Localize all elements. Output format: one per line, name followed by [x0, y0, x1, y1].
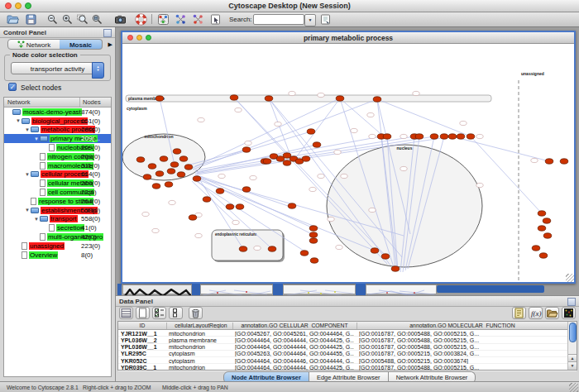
network-canvas[interactable]: plasma membranecytoplasmmitochondrionnuc…	[122, 44, 574, 282]
node-selected[interactable]	[283, 160, 291, 165]
node[interactable]	[289, 91, 295, 95]
node[interactable]	[218, 174, 225, 178]
node-selected[interactable]	[263, 159, 271, 164]
tree-row-overview[interactable]: Overview8(0)	[4, 251, 111, 260]
node-selected[interactable]	[165, 182, 173, 187]
float-panel-icon[interactable]	[103, 29, 112, 37]
tab-mosaic[interactable]: Mosaic	[60, 39, 103, 50]
node-selected[interactable]	[545, 159, 553, 164]
tree-row-cellular-metabo[interactable]: cellular metabo209(0)	[4, 179, 111, 188]
annotation-icon[interactable]	[209, 13, 222, 26]
node[interactable]	[198, 117, 204, 122]
network-view-window[interactable]: primary metabolic process plasma membran…	[121, 31, 576, 284]
float-panel-icon[interactable]	[567, 298, 576, 306]
node-selected[interactable]	[302, 156, 310, 161]
node-selected[interactable]	[371, 248, 379, 253]
node[interactable]	[369, 134, 376, 138]
node-selected[interactable]	[383, 134, 391, 139]
help-icon[interactable]	[135, 13, 147, 26]
tab-network[interactable]: Network	[7, 39, 60, 50]
node-selected[interactable]	[538, 211, 546, 216]
edge[interactable]	[340, 98, 384, 136]
tree-col-nodes[interactable]: Nodes	[83, 98, 101, 106]
unselect-attributes-icon[interactable]	[169, 307, 183, 319]
node-color-dropdown[interactable]: transporter activity ▲▼	[11, 62, 104, 74]
tree-row-primary-metabo[interactable]: ▼primary metabo209(...	[4, 134, 111, 143]
tree-row-nitrogen-compo[interactable]: nitrogen compo209(0)	[4, 152, 111, 161]
new-attribute-icon[interactable]	[136, 307, 150, 319]
tree-row-unassigned[interactable]: unassigned223(0)	[4, 241, 111, 251]
node-selected[interactable]	[539, 253, 548, 258]
table-row-ydr039c-1[interactable]: YDR039C__1mitochondrion[GO:0044464, GO:0…	[118, 364, 577, 370]
node-selected[interactable]	[430, 134, 438, 139]
node[interactable]	[235, 108, 242, 112]
node-selected[interactable]	[532, 246, 540, 251]
node-selected[interactable]	[309, 238, 318, 243]
node[interactable]	[232, 220, 239, 224]
table-scrollbar[interactable]: ▲ ▼	[567, 322, 577, 370]
background-window-thumbnail[interactable]	[366, 284, 437, 294]
node-selected[interactable]	[276, 156, 285, 161]
node-selected[interactable]	[203, 197, 211, 202]
column-header-id[interactable]: ID	[118, 323, 166, 328]
node[interactable]	[245, 141, 251, 145]
scroll-down-icon[interactable]: ▼	[568, 361, 577, 370]
node-selected[interactable]	[265, 96, 273, 101]
node[interactable]	[351, 128, 357, 132]
node-selected[interactable]	[242, 187, 251, 192]
tree-row-macromolecule[interactable]: macromolecule311(0)	[4, 161, 111, 170]
window-resize-grip[interactable]	[566, 274, 574, 282]
tree-row-multi-organism-pro[interactable]: multi-organism pro42(0)	[4, 232, 111, 241]
disclosure-triangle-icon[interactable]: ▼	[24, 172, 31, 177]
node-selected[interactable]	[160, 156, 168, 161]
tree-row-metabolic-process[interactable]: ▼metabolic process280(0)	[4, 126, 111, 135]
zoom-in-icon[interactable]	[61, 13, 74, 26]
edge[interactable]	[269, 98, 292, 160]
node[interactable]	[318, 93, 324, 97]
node[interactable]	[318, 174, 324, 178]
tree-row-nucleobase[interactable]: nucleobase-209(0)	[4, 143, 111, 152]
node-selected[interactable]	[226, 204, 234, 209]
tree-row-cell-communica[interactable]: cell communica22(0)	[4, 188, 111, 197]
disclosure-triangle-icon[interactable]: ▼	[15, 118, 22, 123]
tree-row-response-to-stimul[interactable]: response to stimul264(0)	[4, 197, 111, 206]
edge[interactable]	[294, 98, 340, 160]
node[interactable]	[476, 183, 483, 187]
search-dropdown-arrow[interactable]: ▼	[304, 14, 316, 26]
snapshot-icon[interactable]	[114, 13, 127, 26]
node[interactable]	[531, 158, 538, 162]
disclosure-triangle-icon[interactable]: ▼	[33, 217, 40, 222]
node-selected[interactable]	[179, 156, 188, 161]
node[interactable]	[476, 134, 483, 138]
app-resize-grip[interactable]	[569, 383, 578, 392]
formula-icon[interactable]: f(x)	[529, 307, 543, 319]
search-input[interactable]	[253, 14, 304, 25]
advanced-search-icon[interactable]	[319, 13, 332, 26]
open-icon[interactable]	[7, 13, 19, 26]
node-selected[interactable]	[288, 203, 296, 208]
select-nodes-checkbox[interactable]: ✓	[8, 83, 17, 91]
node-selected[interactable]	[230, 95, 238, 100]
background-window-titlebar[interactable]	[437, 285, 544, 293]
background-window-thumbnail[interactable]	[122, 284, 192, 294]
node[interactable]	[250, 175, 256, 179]
tree-row-establishment-of-lo[interactable]: ▼establishment of lo558(0)	[4, 206, 111, 215]
node-selected[interactable]	[381, 254, 390, 259]
node-selected[interactable]	[156, 171, 164, 176]
node-selected[interactable]	[189, 215, 197, 220]
region-nucleus[interactable]	[327, 145, 482, 267]
table-row-ylr295c[interactable]: YLR295Ccytoplasm[GO:0045263, GO:0044464,…	[118, 351, 577, 357]
node[interactable]	[169, 200, 175, 204]
zoom-fit-icon[interactable]	[91, 13, 103, 26]
node-selected[interactable]	[313, 142, 321, 147]
tab-scroll-right-icon[interactable]: ▶	[108, 41, 112, 48]
node-selected[interactable]	[239, 246, 247, 251]
node-selected[interactable]	[560, 159, 568, 164]
disclosure-triangle-icon[interactable]: ▼	[24, 127, 31, 132]
node[interactable]	[367, 112, 374, 117]
node-selected[interactable]	[216, 189, 224, 194]
node[interactable]	[309, 187, 316, 191]
node[interactable]	[142, 212, 149, 216]
layout-network-icon[interactable]	[175, 13, 187, 26]
node-selected[interactable]	[336, 96, 344, 101]
